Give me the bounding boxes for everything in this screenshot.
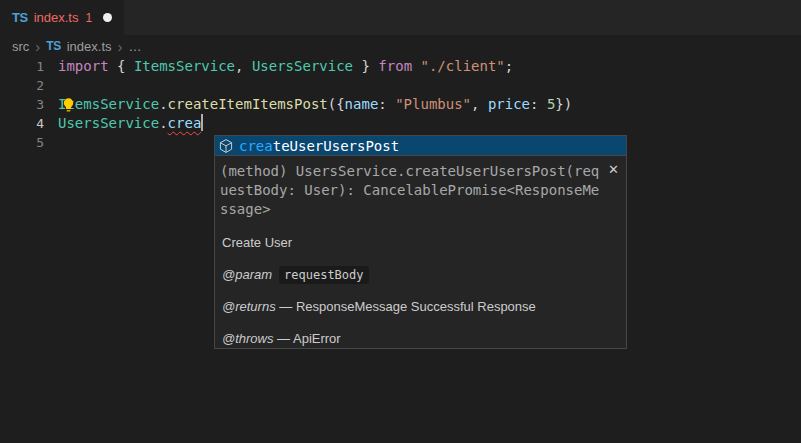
code-token: import — [58, 58, 109, 74]
suggest-item-createUserUsersPost[interactable]: createUserUsersPost — [215, 136, 626, 155]
code-text[interactable]: UsersService.crea — [44, 114, 203, 133]
breadcrumb-item-src[interactable]: src — [12, 39, 29, 54]
code-token: , — [471, 96, 488, 112]
breadcrumb-item-symbol[interactable]: … — [129, 39, 142, 54]
code-line: 3ItemsService.createItemItemsPost({name:… — [0, 95, 801, 114]
doc-tag-line: @returns — ResponseMessage Successful Re… — [222, 299, 621, 315]
chevron-right-icon: › — [35, 39, 40, 54]
code-token: : — [378, 96, 395, 112]
suggest-match-text: crea — [239, 138, 273, 154]
unsaved-changes-dot-icon[interactable] — [103, 13, 112, 22]
suggest-docs-panel: (method) UsersService.createUserUsersPos… — [215, 155, 626, 348]
line-number: 4 — [0, 114, 44, 133]
doc-tag-label: @param — [222, 267, 272, 282]
doc-summary: Create User — [222, 235, 621, 251]
doc-tag-line: @throws — ApiError — [222, 331, 621, 347]
code-token: ({ — [328, 96, 345, 112]
code-token: ItemsService — [134, 58, 235, 74]
doc-tag-text: — ApiError — [274, 331, 341, 346]
code-token: { — [109, 58, 134, 74]
code-token: crea — [168, 115, 202, 131]
chevron-right-icon: › — [118, 39, 123, 54]
tab-error-count-badge: 1 — [85, 11, 92, 25]
line-number: 1 — [0, 57, 44, 76]
code-text[interactable]: import { ItemsService, UsersService } fr… — [44, 57, 513, 76]
doc-tags: @paramrequestBody@returns — ResponseMess… — [220, 267, 621, 347]
code-line: 4UsersService.crea — [0, 114, 801, 133]
doc-tag-label: @returns — [222, 299, 276, 314]
suggest-rest-text: teUserUsersPost — [273, 138, 399, 154]
code-token: from — [378, 58, 412, 74]
close-icon[interactable]: ✕ — [608, 162, 619, 177]
line-number: 2 — [0, 76, 44, 95]
code-token: : — [530, 96, 547, 112]
code-text[interactable] — [44, 76, 58, 95]
typescript-file-icon: TS — [46, 39, 60, 53]
code-token: }) — [555, 96, 572, 112]
doc-param-chip: requestBody — [279, 266, 368, 284]
breadcrumb: src › TS index.ts › … — [12, 35, 142, 57]
symbol-method-icon — [218, 138, 234, 154]
method-signature: (method) UsersService.createUserUsersPos… — [220, 162, 603, 219]
suggest-widget: createUserUsersPost (method) UsersServic… — [214, 135, 627, 349]
code-token — [412, 58, 420, 74]
code-token: name — [345, 96, 379, 112]
code-token: "./client" — [421, 58, 505, 74]
typescript-file-icon: TS — [12, 10, 28, 25]
code-token: . — [159, 96, 167, 112]
code-token: ; — [505, 58, 513, 74]
code-token: UsersService — [252, 58, 353, 74]
tab-index-ts[interactable]: TS index.ts 1 — [0, 0, 124, 35]
doc-tag-line: @paramrequestBody — [222, 267, 621, 283]
code-token: price — [488, 96, 530, 112]
suggest-item-label: createUserUsersPost — [239, 138, 399, 154]
breadcrumb-item-file[interactable]: index.ts — [67, 39, 112, 54]
code-token: , — [235, 58, 252, 74]
code-token: createItemItemsPost — [168, 96, 328, 112]
code-token: "Plumbus" — [395, 96, 471, 112]
text-cursor — [201, 114, 203, 131]
tab-filename: index.ts — [34, 10, 79, 25]
code-token: UsersService — [58, 115, 159, 131]
doc-tag-label: @throws — [222, 331, 274, 346]
code-text[interactable]: ItemsService.createItemItemsPost({name: … — [44, 95, 572, 114]
code-token: } — [353, 58, 378, 74]
tab-bar: TS index.ts 1 — [0, 0, 801, 35]
code-line: 1import { ItemsService, UsersService } f… — [0, 57, 801, 76]
code-token: . — [159, 115, 167, 131]
doc-tag-text: — ResponseMessage Successful Response — [276, 299, 536, 314]
code-line: 2 — [0, 76, 801, 95]
line-number: 3 — [0, 95, 44, 114]
code-text[interactable] — [44, 133, 58, 152]
line-number: 5 — [0, 133, 44, 152]
lightbulb-quickfix-icon[interactable] — [61, 97, 76, 113]
